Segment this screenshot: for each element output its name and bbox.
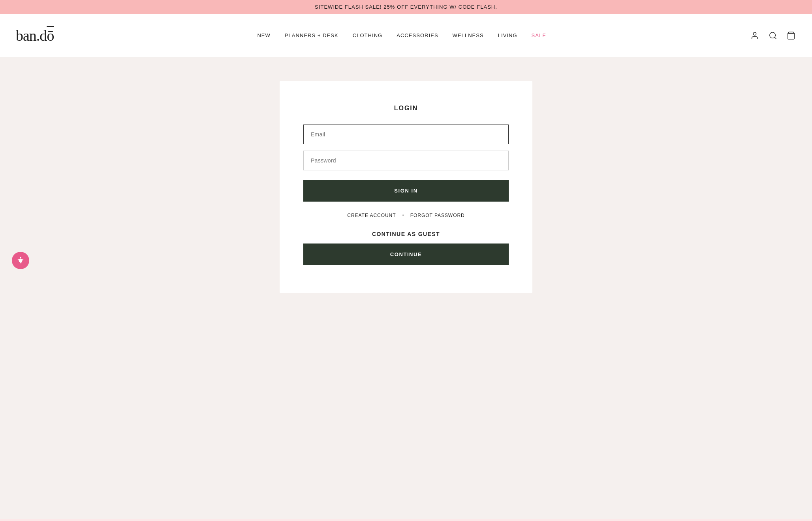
nav-item-planners-desk[interactable]: PLANNERS + DESK [285, 32, 338, 38]
account-links: CREATE ACCOUNT • FORGOT PASSWORD [303, 213, 509, 218]
banner-text: SITEWIDE FLASH SALE! 25% OFF EVERYTHING … [315, 4, 497, 10]
nav-item-clothing[interactable]: CLOTHING [353, 32, 383, 38]
search-icon[interactable] [768, 30, 778, 41]
forgot-password-link[interactable]: FORGOT PASSWORD [410, 213, 465, 218]
nav-item-sale[interactable]: SALE [532, 32, 546, 38]
header-icons [750, 30, 796, 41]
login-card: LOGIN SIGN IN CREATE ACCOUNT • FORGOT PA… [280, 81, 532, 293]
link-separator: • [402, 213, 404, 218]
nav-item-new[interactable]: NEW [257, 32, 270, 38]
cart-icon[interactable] [786, 30, 796, 41]
main-nav: NEW PLANNERS + DESK CLOTHING ACCESSORIES… [257, 32, 546, 38]
password-group [303, 151, 509, 170]
email-input[interactable] [303, 125, 509, 144]
nav-item-wellness[interactable]: WELLNESS [453, 32, 484, 38]
sign-in-button[interactable]: SIGN IN [303, 180, 509, 202]
password-input[interactable] [303, 151, 509, 170]
login-title: LOGIN [303, 105, 509, 112]
nav-item-living[interactable]: LIVING [498, 32, 517, 38]
create-account-link[interactable]: CREATE ACCOUNT [347, 213, 396, 218]
continue-button[interactable]: CONTINUE [303, 244, 509, 265]
site-logo[interactable]: ban.dō [16, 27, 54, 44]
main-content: LOGIN SIGN IN CREATE ACCOUNT • FORGOT PA… [0, 57, 812, 519]
nav-item-accessories[interactable]: ACCESSORIES [397, 32, 438, 38]
promo-banner: SITEWIDE FLASH SALE! 25% OFF EVERYTHING … [0, 0, 812, 14]
guest-section-title: CONTINUE AS GUEST [303, 231, 509, 237]
site-header: ban.dō NEW PLANNERS + DESK CLOTHING ACCE… [0, 14, 812, 57]
svg-point-3 [20, 257, 21, 259]
account-icon[interactable] [750, 30, 760, 41]
email-group [303, 125, 509, 144]
footer-area [0, 519, 812, 521]
svg-point-1 [770, 32, 776, 38]
accessibility-button[interactable] [12, 252, 29, 269]
svg-point-0 [753, 32, 756, 35]
